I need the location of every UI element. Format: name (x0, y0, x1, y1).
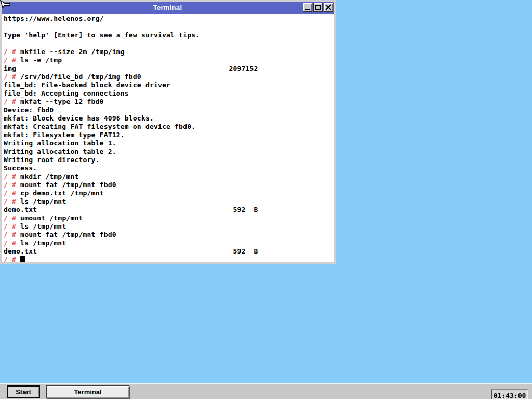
shell-prompt: / # (4, 56, 20, 64)
terminal-window: Terminal https://www.helenos.org/Type 'h… (0, 0, 336, 264)
maximize-icon (315, 5, 321, 10)
terminal-line: / # mkfat --type 12 fbd0 (4, 98, 334, 106)
terminal-line: demo.txt 592 B (4, 206, 334, 214)
shell-prompt: / # (4, 197, 20, 205)
terminal-line: Writing allocation table 1. (4, 139, 334, 148)
terminal-output-text: demo.txt 592 B (4, 247, 258, 255)
shell-prompt: / # (4, 189, 20, 197)
taskbar-item-label: Terminal (74, 388, 101, 396)
shell-prompt: / # (4, 172, 20, 180)
close-icon (324, 3, 332, 11)
terminal-command-text: /srv/bd/file_bd /tmp/img fbd0 (20, 73, 141, 81)
terminal-line: file_bd: Accepting connections (4, 89, 334, 98)
terminal-command-text: ls /tmp/mnt (20, 197, 66, 205)
shell-prompt: / # (4, 73, 20, 81)
clock-time: 01:43:00 (494, 392, 526, 399)
terminal-line: / # umount /tmp/mnt (4, 214, 334, 222)
terminal-output-text: mkfat: Creating FAT filesystem on device… (4, 123, 195, 130)
terminal-output-text: file_bd: File-backed block device driver (4, 81, 170, 89)
terminal-output-text: Writing allocation table 2. (4, 148, 116, 155)
terminal-line: / # (4, 256, 334, 262)
terminal-line: mkfat: Filesystem type FAT12. (4, 131, 334, 139)
terminal-output-text: demo.txt 592 B (4, 206, 258, 214)
terminal-line: Writing allocation table 2. (4, 148, 334, 156)
terminal-output-text: Type 'help' [Enter] to see a few surviva… (4, 31, 200, 39)
terminal-line: / # ls -e /tmp (4, 56, 334, 64)
shell-prompt: / # (4, 256, 20, 262)
terminal-output-text: Success. (4, 164, 37, 172)
terminal-line: / # mkdir /tmp/mnt (4, 172, 334, 181)
terminal-line: / # ls /tmp/mnt (4, 222, 334, 231)
taskbar: Start Terminal 01:43:00 (0, 383, 532, 399)
terminal-output-text: https://www.helenos.org/ (4, 15, 104, 22)
shell-prompt: / # (4, 214, 20, 222)
terminal-command-text: cp demo.txt /tmp/mnt (20, 189, 104, 197)
terminal-line: / # mkfile --size 2m /tmp/img (4, 48, 334, 56)
terminal-command-text: mkfat --type 12 fbd0 (20, 98, 104, 105)
terminal-line: Writing root directory. (4, 156, 334, 164)
terminal-command-text: mkfile --size 2m /tmp/img (20, 48, 125, 56)
terminal-output-text: file_bd: Accepting connections (4, 89, 129, 97)
terminal-line: mkfat: Block device has 4096 blocks. (4, 114, 334, 123)
terminal-line: Device: fbd0 (4, 106, 334, 114)
desktop: { "desktop": { "background_color": "#87C… (0, 0, 532, 399)
shell-prompt: / # (4, 239, 20, 247)
window-title: Terminal (153, 4, 182, 11)
shell-prompt: / # (4, 98, 20, 105)
close-button[interactable] (324, 3, 333, 12)
terminal-screen[interactable]: https://www.helenos.org/Type 'help' [Ent… (2, 14, 334, 262)
terminal-line (4, 39, 334, 48)
terminal-command-text: mkdir /tmp/mnt (20, 172, 78, 180)
terminal-output-text: Writing allocation table 1. (4, 139, 116, 147)
shell-prompt: / # (4, 48, 20, 56)
terminal-output-text: Device: fbd0 (4, 106, 54, 114)
terminal-command-text: ls /tmp/mnt (20, 222, 66, 230)
window-titlebar[interactable]: Terminal (2, 2, 334, 14)
terminal-command-text: ls /tmp/mnt (20, 239, 66, 247)
terminal-line: Success. (4, 164, 334, 172)
terminal-line: / # ls /tmp/mnt (4, 239, 334, 247)
shell-prompt: / # (4, 231, 20, 238)
terminal-command-text: mount fat /tmp/mnt fbd0 (20, 231, 116, 238)
shell-prompt: / # (4, 181, 20, 189)
terminal-command-text: mount fat /tmp/mnt fbd0 (20, 181, 116, 189)
maximize-button[interactable] (313, 3, 323, 12)
terminal-line: / # ls /tmp/mnt (4, 197, 334, 206)
terminal-line: https://www.helenos.org/ (4, 15, 334, 23)
shell-prompt: / # (4, 222, 20, 230)
minimize-button[interactable] (303, 3, 312, 12)
terminal-line: Type 'help' [Enter] to see a few surviva… (4, 31, 334, 39)
terminal-line: demo.txt 592 B (4, 247, 334, 256)
terminal-line: / # cp demo.txt /tmp/mnt (4, 189, 334, 197)
terminal-cursor (20, 256, 25, 262)
terminal-line: img 2097152 (4, 64, 334, 73)
window-controls (303, 3, 333, 12)
taskbar-clock: 01:43:00 (491, 389, 528, 399)
taskbar-item-terminal[interactable]: Terminal (46, 385, 129, 398)
terminal-command-text: ls -e /tmp (20, 56, 62, 64)
minimize-icon (305, 9, 310, 10)
terminal-line: / # mount fat /tmp/mnt fbd0 (4, 231, 334, 239)
terminal-output-text: mkfat: Filesystem type FAT12. (4, 131, 125, 139)
terminal-output-text: mkfat: Block device has 4096 blocks. (4, 114, 154, 122)
terminal-line: mkfat: Creating FAT filesystem on device… (4, 123, 334, 131)
terminal-line: / # mount fat /tmp/mnt fbd0 (4, 181, 334, 189)
terminal-line (4, 23, 334, 31)
start-button-label: Start (16, 388, 31, 396)
terminal-output-text: Writing root directory. (4, 156, 100, 164)
terminal-line: / # /srv/bd/file_bd /tmp/img fbd0 (4, 73, 334, 81)
terminal-line: file_bd: File-backed block device driver (4, 81, 334, 89)
terminal-output-text: img 2097152 (4, 64, 258, 72)
terminal-command-text: umount /tmp/mnt (20, 214, 83, 222)
start-button[interactable]: Start (7, 385, 40, 398)
